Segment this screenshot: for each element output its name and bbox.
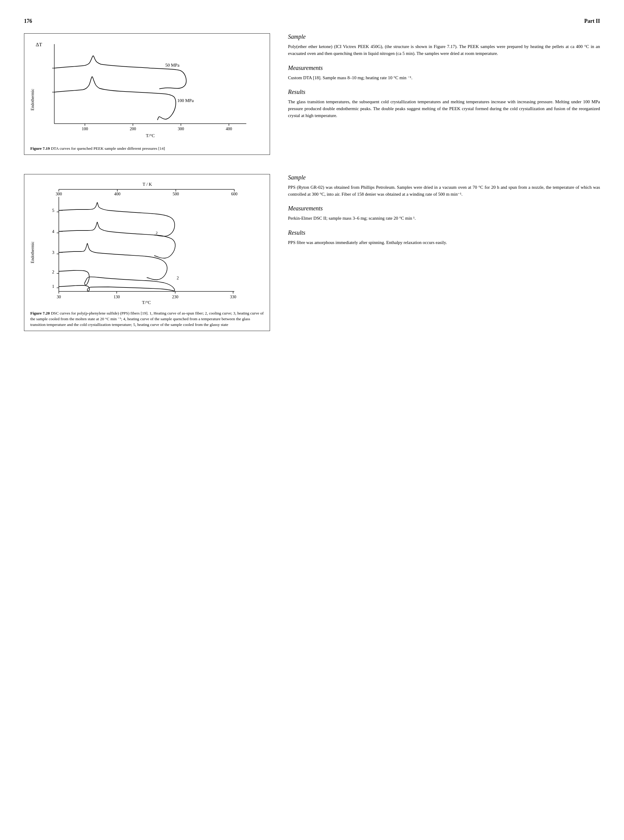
section3-heading: Results: [288, 88, 600, 96]
svg-text:2: 2: [156, 230, 158, 235]
svg-text:ΔT: ΔT: [36, 42, 42, 47]
page-number: 176: [24, 18, 32, 24]
svg-text:600: 600: [231, 192, 238, 196]
section5-heading: Measurements: [288, 205, 600, 212]
right-col-top: Sample Poly(ether ether ketone) (ICI Vic…: [288, 33, 600, 159]
svg-text:100 MPa: 100 MPa: [177, 98, 194, 103]
svg-text:50 MPa: 50 MPa: [165, 63, 179, 68]
svg-text:4: 4: [52, 229, 55, 234]
section4-heading: Sample: [288, 174, 600, 181]
section1-body: Poly(ether ether ketone) (ICI Victrex PE…: [288, 43, 600, 57]
svg-text:T/°C: T/°C: [142, 300, 151, 305]
dsc-chart: T / K Endothermic 300 400 500: [30, 180, 258, 306]
svg-text:Endothermic: Endothermic: [30, 241, 35, 263]
section5-body: Perkin-Elmer DSC II; sample mass 3–6 mg;…: [288, 215, 600, 222]
svg-text:300: 300: [56, 192, 62, 196]
svg-text:300: 300: [178, 127, 184, 131]
svg-text:400: 400: [114, 192, 120, 196]
section2-heading: Measurements: [288, 65, 600, 71]
svg-text:130: 130: [114, 295, 120, 299]
svg-text:2: 2: [177, 276, 179, 280]
section4-body: PPS (Ryton GR-02) was obtained from Phil…: [288, 184, 600, 198]
part-title: Part II: [584, 18, 600, 24]
svg-text:30: 30: [57, 295, 61, 299]
svg-text:5: 5: [52, 208, 55, 213]
dta-chart: ΔT Endothermic 100: [30, 40, 258, 142]
section2-body: Custom DTA [18]. Sample mass 8–10 mg; he…: [288, 74, 600, 81]
svg-text:2: 2: [52, 269, 55, 274]
svg-text:T/°C: T/°C: [146, 133, 154, 138]
figure-7-19: ΔT Endothermic 100: [24, 33, 270, 155]
figure-7-20-caption: Figure 7.20 DSC curves for poly(p-phenyl…: [30, 311, 264, 328]
section6-heading: Results: [288, 229, 600, 236]
section3-body: The glass transition temperatures, the s…: [288, 99, 600, 119]
figure-7-20: T / K Endothermic 300 400 500: [24, 174, 270, 331]
svg-text:230: 230: [172, 295, 179, 299]
right-col-bottom: Sample PPS (Ryton GR-02) was obtained fr…: [288, 174, 600, 335]
svg-text:200: 200: [130, 127, 136, 131]
section6-body: PPS fibre was amorphous immediately afte…: [288, 239, 600, 246]
section1-heading: Sample: [288, 33, 600, 40]
figure-7-19-caption: Figure 7.19 DTA curves for quenched PEEK…: [30, 146, 264, 152]
svg-text:T / K: T / K: [142, 182, 152, 187]
svg-text:1: 1: [52, 284, 55, 289]
svg-text:100: 100: [82, 127, 88, 131]
svg-text:330: 330: [230, 295, 236, 299]
svg-text:500: 500: [173, 192, 179, 196]
svg-text:3: 3: [52, 250, 55, 255]
svg-text:400: 400: [226, 127, 232, 131]
svg-text:Endothermic: Endothermic: [30, 89, 35, 110]
